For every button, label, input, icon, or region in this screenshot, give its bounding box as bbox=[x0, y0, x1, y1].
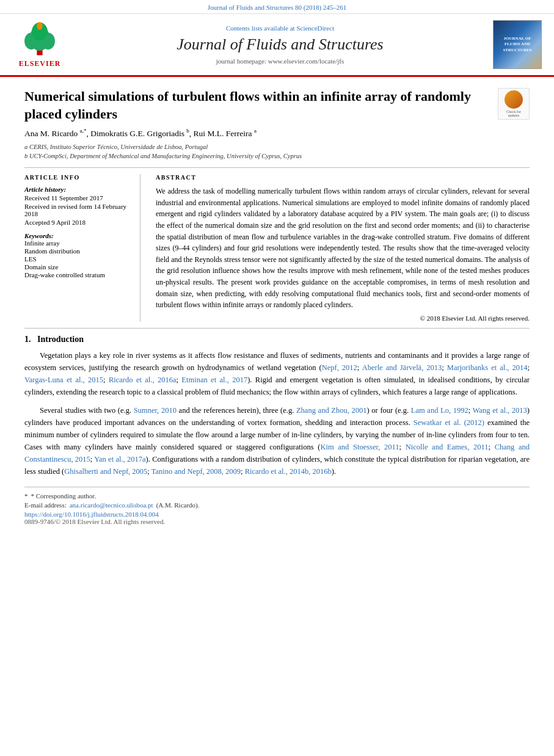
doi-line: https://doi.org/10.1016/j.jfluidstructs.… bbox=[24, 511, 530, 518]
issn-line: 0889-9746/© 2018 Elsevier Ltd. All right… bbox=[24, 518, 530, 525]
journal-title: Journal of Fluids and Structures bbox=[73, 35, 487, 54]
corresponding-author-note: * * Corresponding author. bbox=[24, 492, 530, 500]
keywords-section: Keywords: Infinite array Random distribu… bbox=[24, 232, 131, 278]
history-label: Article history: bbox=[24, 186, 66, 193]
check-updates-icon bbox=[505, 90, 523, 109]
email-footnote: E-mail address: ana.ricardo@tecnico.ulis… bbox=[24, 501, 530, 509]
ref-marjoribanks-2014[interactable]: Marjoribanks et al., 2014 bbox=[447, 363, 528, 372]
ref-tanino-nepf-2008-2009[interactable]: Tanino and Nepf, 2008, 2009 bbox=[151, 467, 241, 476]
affiliation-a: a CERIS, Instituto Superior Técnico, Uni… bbox=[24, 142, 530, 152]
paper-content: Numerical simulations of turbulent flows… bbox=[0, 77, 554, 536]
elsevier-logo: ELSEVIER bbox=[12, 21, 67, 68]
check-updates-badge: Check forupdates bbox=[498, 88, 530, 120]
doi-link[interactable]: https://doi.org/10.1016/j.jfluidstructs.… bbox=[24, 511, 159, 518]
abstract-label: ABSTRACT bbox=[156, 174, 530, 181]
introduction-title: Introduction bbox=[37, 335, 84, 344]
keyword-3: LES bbox=[24, 255, 131, 263]
ref-ricardo-2016a[interactable]: Ricardo et al., 2016a bbox=[109, 376, 177, 384]
asterisk: * bbox=[24, 492, 28, 500]
ref-ghisalberti-2005[interactable]: Ghisalberti and Nepf, 2005 bbox=[64, 467, 147, 476]
email-label: E-mail address: bbox=[24, 501, 67, 509]
ref-wang-2013[interactable]: Wang et al., 2013 bbox=[473, 406, 527, 415]
keyword-2: Random distribution bbox=[24, 247, 131, 255]
journal-center-info: Contents lists available at ScienceDirec… bbox=[73, 24, 487, 65]
introduction-section: 1. Introduction Vegetation plays a key r… bbox=[24, 335, 530, 478]
journal-ref-text: Journal of Fluids and Structures 80 (201… bbox=[208, 4, 347, 11]
cover-line3: STRUCTURES bbox=[503, 48, 531, 53]
keyword-5: Drag-wake controlled stratum bbox=[24, 271, 131, 278]
section-divider bbox=[24, 328, 530, 329]
check-updates-label: Check forupdates bbox=[505, 110, 523, 117]
ref-nicolle-eames-2011[interactable]: Nicolle and Eames, 2011 bbox=[406, 443, 489, 451]
abstract-section: ABSTRACT We address the task of modellin… bbox=[156, 174, 530, 322]
copyright-line: © 2018 Elsevier Ltd. All rights reserved… bbox=[156, 314, 530, 322]
journal-homepage: journal homepage: www.elsevier.com/locat… bbox=[73, 57, 487, 65]
accepted-date: Accepted 9 April 2018 bbox=[24, 219, 131, 226]
email-suffix: (A.M. Ricardo). bbox=[156, 501, 200, 509]
corresponding-label: * Corresponding author. bbox=[31, 492, 97, 500]
ref-kim-stoesser-2011[interactable]: Kim and Stoesser, 2011 bbox=[320, 443, 399, 451]
elsevier-logo-section: ELSEVIER bbox=[12, 21, 67, 68]
journal-reference-bar: Journal of Fluids and Structures 80 (201… bbox=[0, 0, 554, 14]
sciencedirect-link: Contents lists available at ScienceDirec… bbox=[73, 24, 487, 32]
ref-zhang-zhou-2001[interactable]: Zhang and Zhou, 2001 bbox=[296, 406, 367, 415]
paper-title: Numerical simulations of turbulent flows… bbox=[24, 88, 489, 123]
journal-cover-image: JOURNAL OF FLUIDS AND STRUCTURES bbox=[493, 20, 542, 69]
section-number: 1. bbox=[24, 335, 31, 344]
affiliations: a CERIS, Instituto Superior Técnico, Uni… bbox=[24, 142, 530, 162]
authors-line: Ana M. Ricardo a,*, Dimokratis G.E. Grig… bbox=[24, 128, 530, 139]
received-date: Received 11 September 2017 bbox=[24, 194, 131, 202]
intro-paragraph-2: Several studies with two (e.g. Sumner, 2… bbox=[24, 404, 530, 478]
ref-aberle-2013[interactable]: Aberle and Järvelä, 2013 bbox=[362, 363, 442, 372]
ref-etminan-2017[interactable]: Etminan et al., 2017 bbox=[181, 376, 247, 384]
article-history: Article history: Received 11 September 2… bbox=[24, 186, 131, 226]
svg-point-5 bbox=[37, 21, 42, 29]
introduction-heading: 1. Introduction bbox=[24, 335, 530, 344]
elsevier-wordmark: ELSEVIER bbox=[19, 59, 61, 68]
title-section: Numerical simulations of turbulent flows… bbox=[24, 88, 530, 123]
received-revised-date: Received in revised form 14 February 201… bbox=[24, 203, 131, 217]
ref-lam-lo-1992[interactable]: Lam and Lo, 1992 bbox=[411, 406, 468, 415]
intro-paragraph-1: Vegetation plays a key role in river sys… bbox=[24, 349, 530, 398]
keyword-1: Infinite array bbox=[24, 239, 131, 247]
ref-nepf-2012[interactable]: Nepf, 2012 bbox=[322, 363, 357, 372]
keyword-4: Domain size bbox=[24, 263, 131, 271]
ref-yan-2017a[interactable]: Yan et al., 2017a bbox=[94, 455, 145, 463]
elsevier-tree-icon bbox=[18, 21, 61, 58]
ref-vargas-luna-2015[interactable]: Vargas-Luna et al., 2015 bbox=[24, 376, 103, 384]
ref-ricardo-2014b-2016b[interactable]: Ricardo et al., 2014b, 2016b bbox=[245, 467, 332, 476]
ref-sewatkar-2012[interactable]: Sewatkar et al. (2012) bbox=[414, 418, 484, 427]
article-info-panel: ARTICLE INFO Article history: Received 1… bbox=[24, 174, 140, 322]
cover-line1: JOURNAL OF bbox=[504, 36, 531, 42]
journal-header: ELSEVIER Contents lists available at Sci… bbox=[0, 14, 554, 77]
affiliation-b: b UCY-CompSci, Department of Mechanical … bbox=[24, 151, 530, 161]
header-divider bbox=[24, 167, 530, 168]
ref-sumner-2010[interactable]: Sumner, 2010 bbox=[134, 406, 177, 415]
abstract-text: We address the task of modelling numeric… bbox=[156, 186, 530, 311]
email-link[interactable]: ana.ricardo@tecnico.ulisboa.pt bbox=[70, 501, 153, 509]
footer-section: * * Corresponding author. E-mail address… bbox=[24, 487, 530, 525]
cover-line2: FLUIDS AND bbox=[505, 42, 530, 47]
article-info-label: ARTICLE INFO bbox=[24, 174, 131, 181]
article-info-abstract-layout: ARTICLE INFO Article history: Received 1… bbox=[24, 174, 530, 322]
keywords-label: Keywords: bbox=[24, 232, 54, 239]
